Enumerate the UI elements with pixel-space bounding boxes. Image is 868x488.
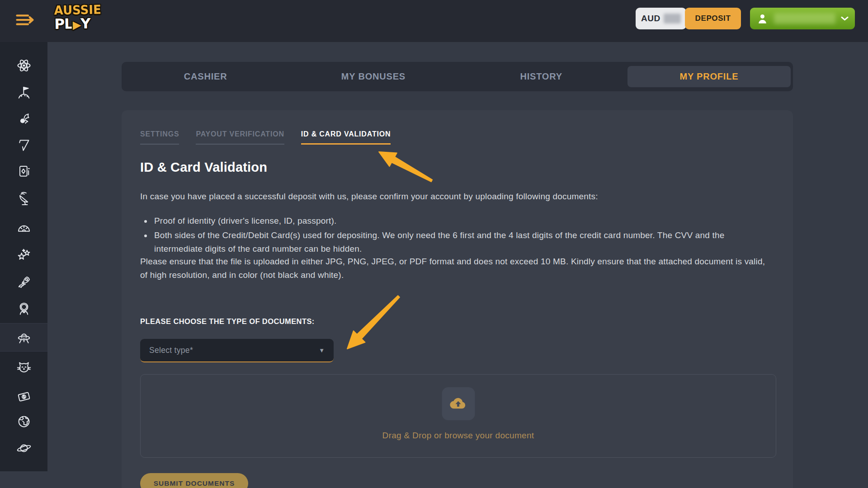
user-icon — [756, 13, 769, 25]
banknote-icon — [16, 389, 32, 405]
sidebar-item-ufo[interactable] — [0, 323, 47, 352]
cat-icon — [16, 359, 32, 375]
sidebar-item-saturn[interactable] — [0, 435, 47, 461]
sidebar-item-comet[interactable] — [0, 106, 47, 132]
menu-button[interactable] — [14, 10, 36, 31]
balance-badge[interactable]: AUD — [636, 8, 686, 29]
list-item: Both sides of the Credit/Debit Card(s) u… — [152, 229, 765, 256]
app-header: AUSSIE PL▶Y AUD DEPOSIT — [0, 0, 868, 42]
sidebar-item-instant-win[interactable] — [0, 214, 47, 240]
account-menu-button[interactable] — [750, 8, 855, 29]
sidebar-item-globe[interactable] — [0, 408, 47, 435]
subtab-id-card-validation[interactable]: ID & CARD VALIDATION — [301, 130, 391, 145]
ufo-icon — [16, 329, 32, 346]
intro-text: In case you have placed a successful dep… — [140, 190, 723, 203]
aussie-play-logo[interactable]: AUSSIE PL▶Y — [54, 4, 101, 33]
sidebar-item-live-games[interactable] — [0, 186, 47, 212]
sidebar-item-cash[interactable] — [0, 384, 47, 410]
aussie-play-profile-page: { "header": { "logo_line1": "AUSSIE", "l… — [0, 0, 868, 488]
sidebar-item-new-games[interactable] — [0, 241, 47, 267]
sidebar-item-rocket[interactable] — [0, 269, 47, 296]
dropzone-label: Drag & Drop or browse your document — [141, 431, 776, 441]
sidebar-item-table-games[interactable] — [0, 159, 47, 185]
document-dropzone[interactable]: Drag & Drop or browse your document — [140, 374, 776, 458]
subtab-payout-verification[interactable]: PAYOUT VERIFICATION — [196, 130, 284, 145]
profile-subtabs: SETTINGS PAYOUT VERIFICATION ID & CARD V… — [140, 130, 391, 145]
tab-history[interactable]: HISTORY — [460, 66, 623, 87]
comet-icon — [16, 111, 32, 127]
globe-icon — [16, 413, 32, 430]
sidebar-item-atom[interactable] — [0, 52, 47, 79]
my-profile-panel: SETTINGS PAYOUT VERIFICATION ID & CARD V… — [122, 110, 793, 488]
satellite-dish-icon — [16, 191, 32, 207]
submit-documents-button[interactable]: SUBMIT DOCUMENTS — [140, 473, 248, 488]
play-triangle-icon: ▶ — [73, 19, 81, 31]
rocket-icon — [16, 274, 32, 291]
select-placeholder: Select type* — [149, 346, 193, 355]
page-title: ID & Card Validation — [140, 160, 267, 175]
sidebar-item-flag-moon[interactable] — [0, 80, 47, 106]
redacted-username — [774, 13, 835, 24]
upload-icon-tile — [442, 387, 475, 420]
redacted-balance — [664, 14, 681, 23]
document-requirements-list: Proof of identity (driver's license, ID,… — [152, 214, 765, 257]
sidebar-item-slots-seven[interactable] — [0, 132, 47, 158]
logo-line-2: PL▶Y — [54, 16, 102, 33]
document-type-select[interactable]: Select type* ▼ — [140, 339, 334, 362]
tab-my-profile[interactable]: MY PROFILE — [627, 66, 791, 87]
tab-cashier[interactable]: CASHIER — [124, 66, 287, 87]
flag-on-moon-icon — [16, 84, 32, 101]
file-format-note: Please ensure that the file is uploaded … — [140, 255, 769, 282]
chevron-down-icon — [841, 16, 849, 21]
document-type-label: PLEASE CHOOSE THE TYPE OF DOCUMENTS: — [140, 317, 315, 326]
lucky-seven-icon — [16, 137, 32, 153]
sidebar-item-astronaut[interactable] — [0, 296, 47, 322]
cloud-upload-icon — [448, 394, 468, 414]
profile-tabbar: CASHIER MY BONUSES HISTORY MY PROFILE — [122, 62, 793, 91]
list-item: Proof of identity (driver's license, ID,… — [152, 214, 765, 228]
subtab-settings[interactable]: SETTINGS — [140, 130, 179, 145]
playing-card-icon — [16, 164, 32, 180]
tab-my-bonuses[interactable]: MY BONUSES — [292, 66, 455, 87]
atom-icon — [16, 57, 32, 74]
deposit-button[interactable]: DEPOSIT — [685, 8, 741, 29]
sidebar-item-cat[interactable] — [0, 354, 47, 380]
game-category-sidebar — [0, 42, 47, 471]
astronaut-icon — [16, 300, 32, 317]
logo-line-1: AUSSIE — [54, 3, 101, 17]
select-caret-icon: ▼ — [319, 347, 325, 354]
gauge-dome-icon — [16, 219, 32, 235]
currency-label: AUD — [641, 14, 660, 23]
hamburger-arrow-icon — [14, 10, 35, 29]
stars-icon — [16, 246, 32, 263]
saturn-icon — [16, 440, 32, 456]
